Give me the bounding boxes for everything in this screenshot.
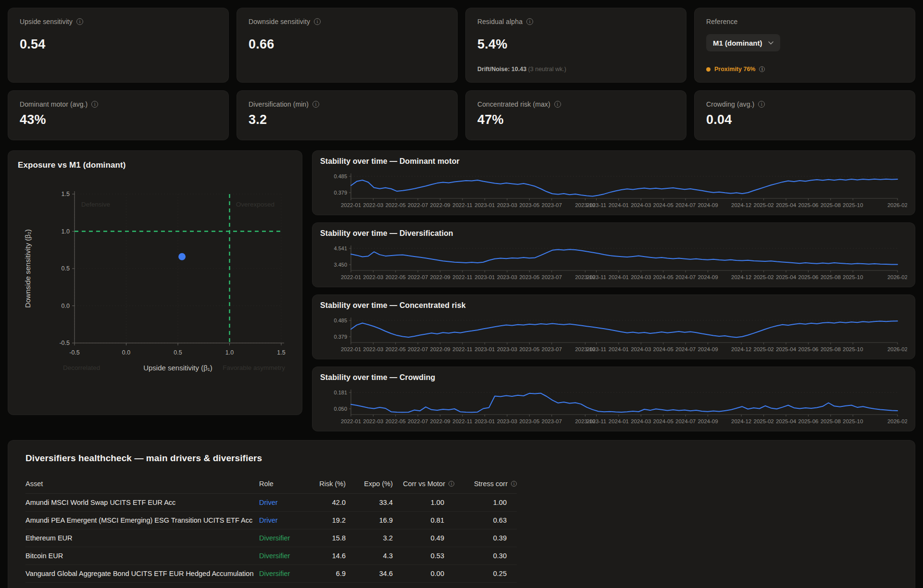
x-tick-label: 2024-09 [698,346,718,352]
x-tick-label: 2022-01 [341,274,361,280]
kpi-label-text: Diversification (min) [249,100,309,108]
x-tick-label: 2022-03 [363,274,383,280]
x-tick-label: 2022-03 [363,418,383,424]
x-tick-label: 1.5 [277,349,285,356]
x-tick-label: 2023-01 [474,418,495,424]
kpi-row-bottom: Dominant motor (avg.) 43% Diversificatio… [8,90,915,140]
x-tick-label: 2023-05 [519,346,539,352]
x-tick-label: 2024-03 [631,418,651,424]
y-tick-label: 0.379 [334,334,347,340]
kpi-card-upside-sensitivity: Upside sensitivity 0.54 [8,8,229,83]
x-tick-label: 2024-01 [609,418,629,424]
cell-role: Driver [259,512,299,529]
x-tick-label: 2025-10 [843,274,863,280]
x-tick-label: 2023-07 [542,418,562,424]
x-tick-label: 2024-05 [653,274,674,280]
sparkline-title: Stability over time — Diversification [320,229,907,238]
x-tick-label: 2023-01 [474,274,495,280]
table-row: Amundi MSCI World Swap UCITS ETF EUR Acc… [25,494,517,512]
x-tick-label: 2024-05 [653,202,674,208]
x-tick-label: 2023-11 [586,274,606,280]
cell-corr: 0.49 [393,529,454,547]
cell-asset: Bitcoin EUR [25,547,259,565]
kpi-row-top: Upside sensitivity 0.54 Downside sensiti… [8,8,915,83]
info-icon[interactable] [758,101,765,108]
y-tick-label: 4.541 [334,245,347,251]
x-tick-label: 2025-04 [776,418,797,424]
y-axis-title: Downside sensitivity (β₂) [24,229,32,308]
cell-expo: 16.9 [346,512,393,529]
x-tick-label: 2025-10 [843,202,863,208]
cell-asset: Amundi PEA Emergent (MSCI Emerging) ESG … [25,512,259,529]
kpi-card-downside-sensitivity: Downside sensitivity 0.66 [237,8,458,83]
x-tick-label: 2025-10 [843,418,863,424]
x-tick-label: 2023-11 [586,202,606,208]
x-tick-label: 2023-07 [542,346,562,352]
quadrant-label-favorable-asymmetry: Favorable asymmetry [223,364,285,371]
kpi-card-crowding: Crowding (avg.) 0.04 [694,90,915,140]
x-tick-label: 2024-01 [609,274,629,280]
assets-table-body: Amundi MSCI World Swap UCITS ETF EUR Acc… [25,494,517,583]
sparkline-title: Stability over time — Concentrated risk [320,301,907,310]
x-tick-label: 2025-08 [821,202,841,208]
kpi-card-concentrated-risk: Concentrated risk (max) 47% [465,90,686,140]
cell-corr: 1.00 [393,494,454,512]
y-tick-label: 3.450 [334,262,347,268]
quadrant-label-overexposed: Overexposed [236,201,274,208]
y-tick-label: 0.485 [334,318,347,323]
sparkline-chart-crowding: 0.1810.0502022-012022-032022-052022-0720… [320,384,907,429]
sparkline-chart-diversification: 4.5413.4502022-012022-032022-052022-0720… [320,240,907,285]
info-icon[interactable] [314,18,321,25]
table-row: Ethereum EURDiversifier15.83.20.490.39 [25,529,517,547]
info-icon[interactable] [759,66,765,72]
x-tick-label: 2022-11 [452,202,472,208]
sparkline-plot: 0.4850.3792022-012022-032022-052022-0720… [320,168,907,211]
cell-stress: 0.25 [454,565,517,583]
y-tick-label: 0.379 [334,190,347,196]
kpi-label: Dominant motor (avg.) [20,100,217,108]
sparkline-title: Stability over time — Dominant motor [320,157,907,166]
main-charts-area: Exposure vs M1 (dominant) 1.51.00.50.0-0… [8,150,915,431]
sparkline-series [351,179,898,196]
x-tick-label: 2024-03 [631,274,651,280]
col-header-corr-vs-motor: Corr vs Motor [393,476,454,494]
cell-role: Diversifier [259,529,299,547]
info-icon[interactable] [449,481,454,487]
reference-label: Reference [706,18,903,25]
cell-risk: 19.2 [299,512,346,529]
x-tick-label: 2022-01 [341,418,361,424]
x-tick-label: 2022-05 [386,418,406,424]
info-icon[interactable] [554,101,561,108]
x-tick-label: 2022-05 [386,202,406,208]
reference-select[interactable]: M1 (dominant) [706,34,780,51]
x-tick-label: 2022-05 [386,346,406,352]
col-header-stress-corr: Stress corr [454,476,517,494]
kpi-value: 5.4% [477,37,674,52]
x-tick-label: 2023-03 [497,202,517,208]
table-row: Amundi PEA Emergent (MSCI Emerging) ESG … [25,512,517,529]
reference-label-text: Reference [706,18,738,25]
col-header-risk: Risk (%) [299,476,346,494]
scatter-point[interactable] [178,253,186,260]
info-icon[interactable] [76,18,83,25]
kpi-value: 0.54 [20,37,217,52]
x-tick-label: 2023-03 [497,346,517,352]
x-tick-label: 2023-07 [542,274,562,280]
cell-risk: 15.8 [299,529,346,547]
x-tick-label: 2022-07 [408,418,428,424]
x-tick-label: 2025-06 [798,346,818,352]
x-axis-title: Upside sensitivity (β₁) [143,364,212,372]
x-tick-label: 2024-09 [698,418,718,424]
kpi-label-text: Downside sensitivity [249,18,310,25]
info-icon[interactable] [312,101,319,108]
cell-risk: 42.0 [299,494,346,512]
y-tick-label: 1.0 [62,228,70,235]
info-icon[interactable] [511,481,517,487]
cell-expo: 33.4 [346,494,393,512]
x-tick-label: 2022-09 [430,274,450,280]
reference-card: Reference M1 (dominant) Proximity 76% [694,8,915,83]
info-icon[interactable] [91,101,98,108]
info-icon[interactable] [526,18,533,25]
y-tick-label: -0.5 [59,340,70,346]
col-header-asset: Asset [25,476,259,494]
